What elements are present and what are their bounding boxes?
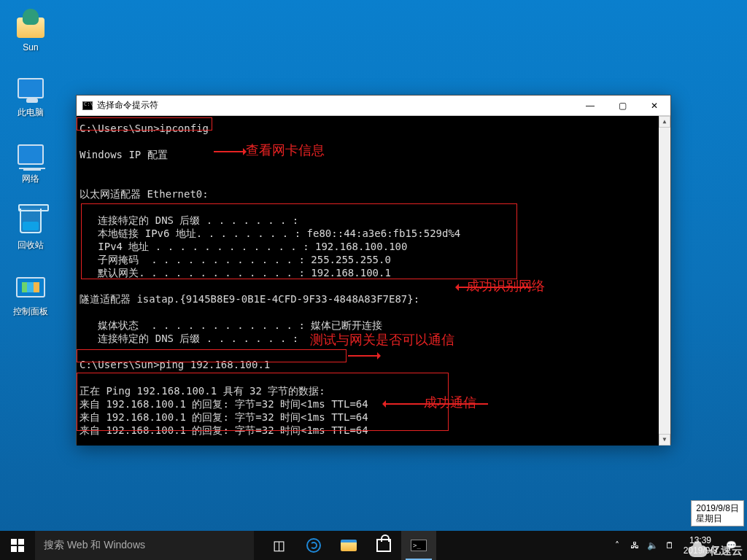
- cloud-icon: [689, 545, 708, 557]
- tray-network-icon[interactable]: 🖧: [626, 531, 643, 560]
- desktop: Sun 此电脑 网络 回收站 控制面板 选择命令提示符 — ▢ ✕: [0, 0, 747, 560]
- cmd-output: C:\Users\Sun>ipconfig Windows IP 配置 以太网适…: [77, 122, 663, 437]
- desktop-icon-this-pc[interactable]: 此电脑: [3, 73, 58, 119]
- cmd-taskbar-icon: >_: [411, 540, 427, 551]
- cmd-window: 选择命令提示符 — ▢ ✕ C:\Users\Sun>ipconfig Wind…: [76, 95, 671, 445]
- store-button[interactable]: [366, 531, 401, 560]
- minimize-button[interactable]: —: [574, 96, 606, 116]
- close-button[interactable]: ✕: [638, 96, 670, 116]
- icon-label: Sun: [23, 42, 38, 52]
- maximize-button[interactable]: ▢: [606, 96, 638, 116]
- cmd-icon: [82, 101, 93, 110]
- start-button[interactable]: [0, 531, 35, 560]
- icon-label: 此电脑: [18, 106, 44, 119]
- user-folder-icon: [15, 9, 46, 39]
- icon-label: 控制面板: [13, 306, 48, 318]
- scrollbar[interactable]: ▲ ▼: [659, 116, 670, 446]
- watermark: 亿速云: [689, 544, 743, 558]
- watermark-text: 亿速云: [710, 544, 743, 558]
- desktop-icon-sun[interactable]: Sun: [3, 9, 58, 52]
- file-explorer-button[interactable]: [331, 531, 366, 560]
- recycle-bin-icon: [15, 206, 46, 236]
- this-pc-icon: [15, 73, 46, 104]
- edge-button[interactable]: [296, 531, 331, 560]
- scroll-track[interactable]: [659, 128, 670, 434]
- windows-logo-icon: [11, 539, 24, 552]
- icon-label: 回收站: [18, 239, 44, 252]
- tray-volume-icon[interactable]: 🔈: [643, 531, 661, 560]
- search-box[interactable]: 搜索 Web 和 Windows: [35, 531, 254, 560]
- tray-notes-icon[interactable]: 🗒: [661, 531, 678, 560]
- desktop-icon-control-panel[interactable]: 控制面板: [3, 272, 58, 318]
- scroll-up-button[interactable]: ▲: [659, 116, 670, 128]
- cmd-taskbar-button[interactable]: >_: [401, 531, 436, 560]
- titlebar[interactable]: 选择命令提示符 — ▢ ✕: [77, 96, 670, 116]
- task-view-icon: ◫: [273, 537, 285, 553]
- network-icon: [15, 139, 46, 170]
- store-icon: [376, 539, 391, 552]
- date-badge-date: 2019/9/8日: [696, 503, 739, 513]
- control-panel-icon: [15, 272, 46, 303]
- date-badge: 2019/9/8日 星期日: [691, 500, 744, 526]
- taskbar: 搜索 Web 和 Windows ◫ >_ ˄ 🖧 🔈 🗒 13:39 2019…: [0, 531, 747, 560]
- date-badge-weekday: 星期日: [696, 513, 739, 524]
- task-view-button[interactable]: ◫: [261, 531, 296, 560]
- folder-icon: [341, 540, 357, 551]
- desktop-icons: Sun 此电脑 网络 回收站 控制面板: [3, 9, 61, 338]
- search-placeholder: 搜索 Web 和 Windows: [44, 539, 145, 552]
- window-title: 选择命令提示符: [97, 99, 158, 112]
- edge-icon: [306, 538, 321, 553]
- desktop-icon-recycle-bin[interactable]: 回收站: [3, 206, 58, 252]
- scroll-down-button[interactable]: ▼: [659, 434, 670, 446]
- tray-chevron-up-icon[interactable]: ˄: [608, 531, 626, 560]
- taskbar-apps: ◫ >_: [261, 531, 436, 560]
- desktop-icon-network[interactable]: 网络: [3, 139, 58, 185]
- cmd-body[interactable]: C:\Users\Sun>ipconfig Windows IP 配置 以太网适…: [77, 116, 670, 446]
